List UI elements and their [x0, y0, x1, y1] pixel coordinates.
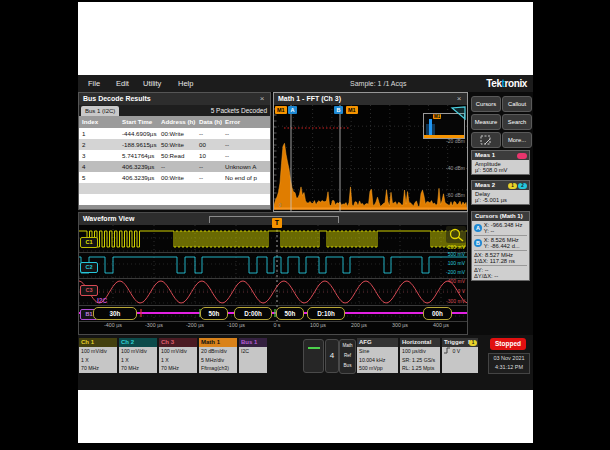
close-icon[interactable]: ×	[454, 93, 464, 105]
search-button[interactable]: Search	[502, 114, 532, 130]
ch1-atten: 1 X	[81, 356, 115, 365]
cell: 2	[79, 139, 119, 150]
close-icon[interactable]: ×	[257, 93, 267, 105]
afg-freq: 10.004 kHz	[359, 356, 396, 365]
cursor-a-badge[interactable]: A	[288, 106, 297, 114]
cursors-readout-card[interactable]: Cursors (Math 1) A X: -966.348 Hz Y: -- …	[471, 211, 530, 281]
ch3-badge[interactable]: Ch 3 100 mV/div1 X70 MHz	[159, 338, 197, 373]
thumb-cursor	[429, 119, 432, 136]
table-row[interactable]: 35.741764µs50:Read10--	[79, 150, 270, 161]
cell: 50:Write	[158, 139, 196, 150]
x-axis-label: 300 µs	[385, 322, 415, 328]
bus1-badge[interactable]: Bus 1 I2C	[239, 338, 267, 373]
math1-badge[interactable]: M1	[275, 106, 287, 114]
bus-decode-tabrow: Bus 1 (I2C) 5 Packets Decoded	[79, 105, 270, 116]
x-axis-label: -400 µs	[98, 322, 128, 328]
meas2-source1-badge: 1	[508, 183, 517, 189]
meas1-badge[interactable]: Meas 1 Amplitude µ': 508.0 mV	[471, 150, 530, 175]
x-axis-label: -200 µs	[180, 322, 210, 328]
ch2-scale: 100 mV/div	[121, 347, 155, 356]
math1-badge-bottom[interactable]: Math 1 20 dBm/div5 MHz/divFftmag(ch3)	[199, 338, 237, 373]
cell: --	[222, 150, 270, 161]
meas2-title: Meas 2	[475, 182, 495, 188]
c1-scale-label: -200 mV	[446, 244, 465, 250]
table-row-selected[interactable]: 4406.3239µs----Unknown A	[79, 161, 270, 172]
channel-handle-c3[interactable]: C3	[80, 285, 98, 296]
cell: 4	[79, 161, 119, 172]
fft-title-text: Math 1 - FFT (Ch 3)	[278, 95, 341, 102]
menu-file[interactable]: File	[84, 75, 104, 92]
trigger-badge[interactable]: Trigger N 1 0 V	[442, 338, 478, 373]
menu-edit[interactable]: Edit	[112, 75, 133, 92]
trigger-level: 0 V	[452, 348, 460, 354]
waveform-view-title-text: Waveform View	[83, 215, 134, 222]
afg-badge[interactable]: AFG Sine10.004 kHz500 mVpp	[357, 338, 398, 373]
time-text: 4:31:12 PM	[489, 363, 529, 372]
math-ref-bus-button[interactable]: Math Ref Bus	[339, 339, 356, 374]
ch2-badge[interactable]: Ch 2 100 mV/div1 X70 MHz	[119, 338, 157, 373]
status-bar: Ch 1 100 mV/div1 X70 MHz Ch 2 100 mV/div…	[78, 335, 533, 390]
add-channel-4-button[interactable]: 4	[325, 339, 339, 373]
menu-utility[interactable]: Utility	[139, 75, 165, 92]
run-stop-button[interactable]: Stopped	[490, 338, 526, 350]
table-row[interactable]: 1-444.6909µs00:Write----	[79, 128, 270, 139]
zoom-magnifier-icon[interactable]	[446, 226, 466, 243]
cursors-button[interactable]: Cursors	[471, 96, 501, 112]
meas1-body: Amplitude µ': 508.0 mV	[471, 160, 530, 175]
ch1-badge[interactable]: Ch 1 100 mV/div1 X70 MHz	[79, 338, 117, 373]
math1-scale: 20 dBm/div	[201, 347, 235, 356]
bus-decode-box: 30h	[93, 307, 137, 320]
math1-hscale: 5 MHz/div	[201, 356, 235, 365]
cell: 5	[79, 172, 119, 183]
x-axis-label: 400 µs	[426, 322, 456, 328]
cell: -444.6909µs	[119, 128, 158, 139]
cell: 406.3239µs	[119, 161, 158, 172]
cell: 5.741764µs	[119, 150, 158, 161]
afg-label: AFG	[357, 338, 398, 347]
more-button[interactable]: More...	[502, 132, 532, 148]
table-row[interactable]: 2-188.9615µs50:Write00--	[79, 139, 270, 150]
cell: --	[196, 128, 222, 139]
trigger-position-marker[interactable]: T	[272, 218, 282, 228]
thumb-m1-badge: M1	[433, 114, 441, 119]
meas1-title: Meas 1	[475, 152, 495, 158]
afg-type: Sine	[359, 347, 396, 356]
delta-x-readout: ΔX: 8.527 MHz 1/ΔX: 117.28 ns	[474, 250, 527, 265]
empty-row	[79, 183, 270, 194]
menu-help[interactable]: Help	[174, 75, 197, 92]
meas2-badge[interactable]: Meas 2 1 2 Delay µ': -5.001 µs	[471, 180, 530, 205]
table-row[interactable]: 5406.3239µs00:Write--No end of p	[79, 172, 270, 183]
cursor-b-badge[interactable]: B	[334, 106, 343, 114]
waveform-preview-button[interactable]	[303, 339, 324, 373]
math1-badge[interactable]: M1	[346, 106, 358, 114]
bus-decode-panel: Bus Decode Results × Bus 1 (I2C) 5 Packe…	[78, 92, 271, 210]
meas1-header: Meas 1	[471, 150, 530, 160]
fft-y-label: -40 dBm	[446, 165, 465, 171]
right-sidebar: Cursors Callout Measure Search More... M…	[469, 92, 533, 335]
channel-handle-c1[interactable]: C1	[80, 237, 98, 248]
c3-scale-label: -300 mV	[446, 298, 465, 304]
x-axis-label: 0 s	[262, 322, 292, 328]
date-text: 03 Nov 2021	[489, 354, 529, 363]
panel-resize-icon[interactable]	[450, 106, 466, 121]
bus-decode-box: D:00h	[234, 307, 272, 320]
meas2-value: µ': -5.001 µs	[475, 197, 526, 203]
callout-button[interactable]: Callout	[502, 96, 532, 112]
zoom-select-button[interactable]	[471, 132, 501, 148]
horizontal-badge[interactable]: Horizontal 100 µs/divSR: 1.25 GS/sRL: 1.…	[400, 338, 440, 373]
tab-bus1-i2c[interactable]: Bus 1 (I2C)	[81, 106, 119, 116]
c3-scale-label: 0 V	[457, 288, 465, 294]
meas2-header: Meas 2 1 2	[471, 180, 530, 190]
channel-handle-c2[interactable]: C2	[80, 262, 98, 273]
meas2-source2-badge: 2	[518, 183, 527, 189]
cell: 00:Write	[158, 172, 196, 183]
ch2-bw: 70 MHz	[121, 364, 155, 373]
bus-decode-box: D:10h	[307, 307, 345, 320]
measure-button[interactable]: Measure	[471, 114, 501, 130]
col-start-time: Start Time	[119, 116, 158, 128]
fft-title: Math 1 - FFT (Ch 3) ×	[274, 93, 467, 105]
x-axis-label: 100 µs	[303, 322, 333, 328]
meas1-value: µ': 508.0 mV	[475, 167, 526, 173]
menu-bar: File Edit Utility Help Sample: 1 /1 Acqs…	[78, 75, 533, 93]
col-error: Error	[222, 116, 270, 128]
